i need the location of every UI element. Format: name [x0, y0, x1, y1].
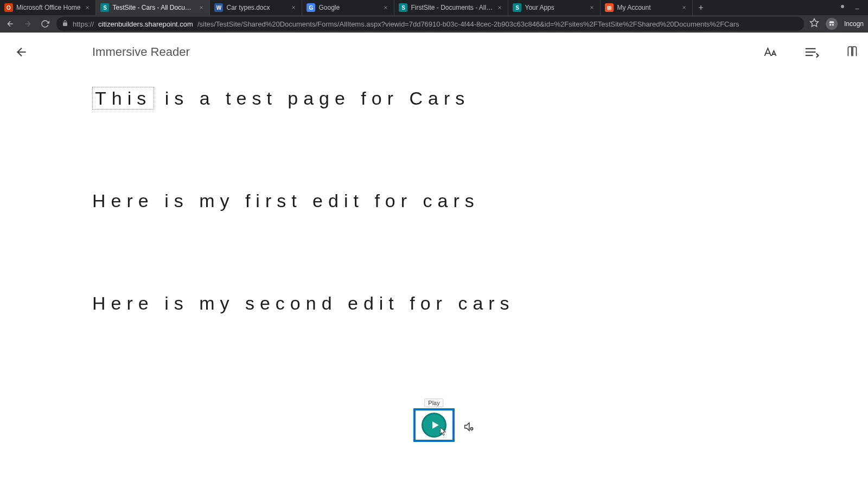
favicon: O	[4, 3, 13, 12]
playback-controls: Play	[413, 408, 455, 442]
play-button[interactable]	[413, 408, 455, 442]
tab-title: Google	[318, 4, 379, 11]
lock-icon	[62, 20, 68, 28]
exit-reader-button[interactable]	[11, 41, 33, 63]
tab-title: Your Apps	[525, 4, 585, 11]
tab-title: FirstSite - Documents - All Docu…	[411, 4, 493, 11]
svg-point-3	[829, 24, 832, 26]
paragraph-text: Here is my second edit for cars	[92, 293, 515, 313]
reading-preferences-button[interactable]	[843, 42, 863, 62]
url-scheme: https://	[73, 20, 94, 28]
browser-tab[interactable]: G Google	[302, 0, 394, 15]
nav-reload-button[interactable]	[39, 18, 51, 30]
favicon: G	[307, 3, 315, 12]
close-icon[interactable]	[290, 4, 297, 11]
tab-title: My Account	[617, 4, 677, 11]
extensions-icon[interactable]	[839, 3, 846, 12]
minimize-icon[interactable]	[854, 3, 860, 12]
paragraph-text: is a test page for Cars	[154, 88, 470, 108]
svg-point-4	[832, 24, 834, 26]
close-icon[interactable]	[496, 4, 503, 11]
svg-marker-8	[432, 421, 439, 428]
browser-tab[interactable]: S TestSite - Cars - All Documents	[96, 0, 210, 15]
close-icon[interactable]	[84, 4, 91, 11]
reader-content: This is a test page for CarsHere is my f…	[0, 72, 868, 314]
favicon: W	[214, 3, 223, 12]
browser-tab[interactable]: W Car types.docx	[210, 0, 302, 15]
incognito-label: Incogn	[844, 20, 864, 28]
new-tab-button[interactable]	[693, 0, 709, 15]
close-icon[interactable]	[382, 4, 390, 11]
browser-tab[interactable]: S FirstSite - Documents - All Docu…	[394, 0, 508, 15]
text-preferences-button[interactable]	[761, 42, 780, 62]
reader-paragraph: This is a test page for Cars	[92, 88, 868, 109]
nav-forward-button[interactable]	[22, 18, 34, 30]
browser-tab[interactable]: ⊞ My Account	[601, 0, 693, 15]
url-path: /sites/TestSite/Shared%20Documents/Forms…	[197, 20, 739, 28]
reader-paragraph: Here is my second edit for cars	[92, 293, 868, 314]
browser-tab[interactable]: O Microsoft Office Home	[0, 0, 96, 15]
favicon: S	[513, 3, 521, 12]
close-icon[interactable]	[680, 4, 688, 11]
paragraph-text: Here is my first edit for cars	[92, 190, 480, 211]
immersive-reader-toolbar: Immersive Reader	[0, 33, 868, 72]
svg-point-9	[470, 428, 473, 430]
play-icon	[422, 413, 446, 438]
bookmark-star-icon[interactable]	[809, 18, 819, 30]
close-icon[interactable]	[197, 4, 205, 11]
incognito-icon[interactable]	[826, 18, 838, 30]
tab-title: Microsoft Office Home	[16, 4, 80, 11]
nav-back-button[interactable]	[4, 18, 16, 30]
favicon: ⊞	[605, 3, 614, 12]
svg-point-0	[841, 5, 844, 8]
close-icon[interactable]	[588, 4, 596, 11]
browser-address-bar: https://citizenbuilders.sharepoint.com/s…	[0, 15, 868, 33]
reader-title: Immersive Reader	[92, 45, 190, 59]
browser-tab-strip: O Microsoft Office Home S TestSite - Car…	[0, 0, 868, 15]
voice-settings-button[interactable]	[462, 420, 475, 433]
highlighted-word: This	[92, 87, 154, 110]
tab-title: Car types.docx	[226, 4, 286, 11]
svg-marker-2	[810, 19, 818, 27]
url-input[interactable]: https://citizenbuilders.sharepoint.com/s…	[56, 17, 804, 31]
url-host: citizenbuilders.sharepoint.com	[98, 20, 193, 28]
grammar-options-button[interactable]	[802, 42, 821, 62]
browser-tab[interactable]: S Your Apps	[508, 0, 601, 15]
favicon: S	[100, 3, 109, 12]
reader-paragraph: Here is my first edit for cars	[92, 190, 868, 211]
favicon: S	[399, 3, 407, 12]
play-tooltip: Play	[424, 399, 443, 407]
tab-title: TestSite - Cars - All Documents	[112, 4, 194, 11]
